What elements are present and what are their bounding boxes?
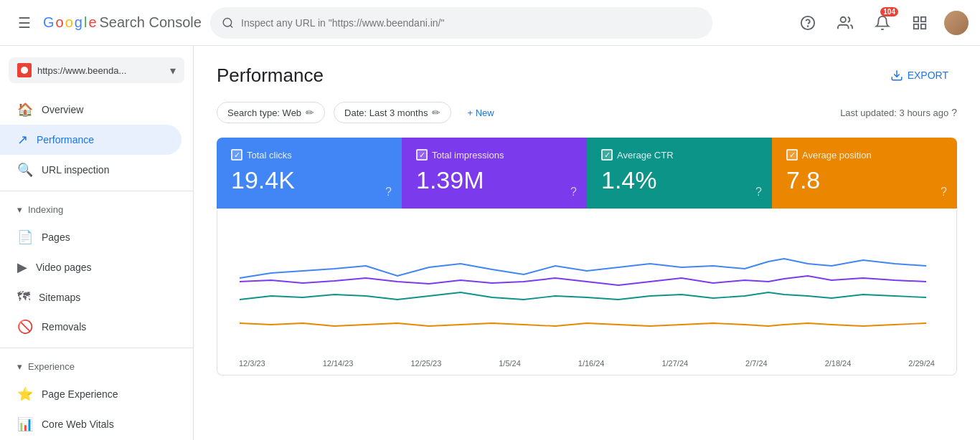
file-icon: 📄 (17, 229, 33, 245)
impressions-line (240, 276, 926, 285)
sidebar-item-page-experience[interactable]: ⭐ Page Experience (0, 379, 182, 409)
x-label-6: 2/7/24 (745, 359, 768, 368)
sidebar-item-url-label: URL inspection (42, 164, 109, 176)
svg-rect-4 (914, 16, 918, 21)
ctr-line (240, 292, 926, 300)
main-layout: https://www.beenda... ▾ 🏠 Overview ↗ Per… (0, 46, 980, 440)
menu-button[interactable]: ☰ (11, 10, 37, 36)
position-checkbox[interactable] (786, 149, 798, 161)
help-icon (800, 15, 816, 31)
chevron-down-icon: ▾ (170, 64, 176, 77)
nav-divider-1 (0, 191, 193, 191)
svg-rect-5 (921, 16, 925, 21)
sidebar-item-performance[interactable]: ↗ Performance (0, 125, 182, 155)
chart-container: 12/3/23 12/14/23 12/25/23 1/5/24 1/16/24… (217, 210, 957, 376)
sidebar-item-video-pages[interactable]: ▶ Video pages (0, 252, 182, 282)
nav-divider-2 (0, 348, 193, 348)
sidebar-item-performance-label: Performance (37, 134, 94, 145)
ctr-info-icon[interactable]: ? (755, 186, 762, 199)
edit-search-type-icon: ✏ (306, 107, 314, 118)
search-type-label: Search type: Web (227, 107, 301, 118)
page-title: Performance (217, 64, 324, 87)
metric-card-clicks[interactable]: Total clicks 19.4K ? (217, 138, 402, 209)
avatar[interactable] (944, 11, 969, 35)
card-impressions-header: Total impressions (416, 149, 573, 161)
impressions-info-icon[interactable]: ? (570, 186, 577, 199)
sidebar-item-cwv-label: Core Web Vitals (42, 419, 114, 430)
notification-badge: 104 (880, 7, 898, 16)
sidebar-item-overview[interactable]: 🏠 Overview (0, 95, 182, 125)
date-range-filter[interactable]: Date: Last 3 months ✏ (334, 102, 451, 123)
trending-up-icon: ↗ (17, 132, 28, 148)
position-label: Average position (802, 150, 872, 161)
sidebar-item-page-exp-label: Page Experience (42, 388, 118, 400)
sidebar-item-sitemaps-label: Sitemaps (39, 292, 80, 303)
search-type-filter[interactable]: Search type: Web ✏ (217, 102, 325, 123)
indexing-section-header[interactable]: ▾ Indexing (0, 197, 193, 222)
x-label-5: 1/27/24 (661, 359, 688, 368)
clicks-line (240, 259, 926, 278)
export-button[interactable]: EXPORT (882, 63, 957, 87)
url-inspect-input[interactable] (241, 17, 701, 29)
sidebar-item-removals[interactable]: 🚫 Removals (0, 312, 182, 342)
notifications-button[interactable]: 104 (870, 10, 895, 36)
experience-section-header[interactable]: ▾ Experience (0, 354, 193, 379)
position-info-icon[interactable]: ? (941, 186, 947, 199)
card-position-header: Average position (786, 149, 943, 161)
sidebar-item-url-inspection[interactable]: 🔍 URL inspection (0, 155, 182, 185)
last-updated: Last updated: 3 hours ago ? (840, 107, 957, 118)
metric-card-impressions[interactable]: Total impressions 1.39M ? (402, 138, 587, 209)
sidebar-item-sitemaps[interactable]: 🗺 Sitemaps (0, 282, 182, 312)
svg-point-2 (808, 26, 809, 27)
sidebar-item-removals-label: Removals (42, 321, 86, 333)
topbar-right: 104 (795, 10, 969, 36)
clicks-checkbox[interactable] (231, 149, 242, 161)
ctr-value: 1.4% (601, 166, 758, 194)
home-icon: 🏠 (17, 102, 33, 118)
metric-card-position[interactable]: Average position 7.8 ? (772, 138, 957, 209)
impressions-checkbox[interactable] (416, 149, 428, 161)
clicks-label: Total clicks (247, 150, 292, 161)
sidebar-item-pages-label: Pages (42, 231, 70, 243)
last-updated-help-icon: ? (951, 107, 957, 118)
ctr-checkbox[interactable] (601, 149, 613, 161)
metric-cards: Total clicks 19.4K ? Total impressions 1… (217, 138, 957, 209)
edit-date-icon: ✏ (432, 107, 440, 118)
impressions-value: 1.39M (416, 166, 573, 194)
experience-label: Experience (28, 361, 75, 372)
new-filter-label: + New (467, 107, 494, 118)
search-bar[interactable] (210, 7, 712, 39)
new-filter-button[interactable]: + New (460, 103, 501, 123)
sidebar-item-core-web-vitals[interactable]: 📊 Core Web Vitals (0, 409, 182, 439)
x-label-4: 1/16/24 (578, 359, 605, 368)
property-icon (17, 63, 32, 77)
users-button[interactable] (832, 10, 858, 36)
topbar: ☰ Google Search Console 104 (0, 0, 980, 46)
last-updated-text: Last updated: 3 hours ago (840, 107, 948, 118)
sidebar-item-pages[interactable]: 📄 Pages (0, 222, 182, 252)
google-logo: Google Search Console (43, 14, 202, 31)
grid-icon (912, 15, 928, 31)
apps-button[interactable] (907, 10, 933, 36)
metric-card-ctr[interactable]: Average CTR 1.4% ? (587, 138, 772, 209)
download-icon (890, 69, 903, 82)
card-clicks-header: Total clicks (231, 149, 387, 161)
page-header: Performance EXPORT (217, 63, 957, 87)
property-selector[interactable]: https://www.beenda... ▾ (9, 57, 184, 83)
main-content: Performance EXPORT Search type: Web ✏ Da… (194, 46, 980, 440)
x-axis-labels: 12/3/23 12/14/23 12/25/23 1/5/24 1/16/24… (232, 356, 942, 368)
svg-point-0 (223, 18, 232, 27)
sidebar: https://www.beenda... ▾ 🏠 Overview ↗ Per… (0, 46, 194, 440)
sitemap-icon: 🗺 (17, 290, 30, 305)
indexing-label: Indexing (28, 204, 63, 215)
ctr-label: Average CTR (617, 150, 674, 161)
cwv-icon: 📊 (17, 416, 33, 432)
svg-rect-6 (921, 24, 925, 28)
clicks-info-icon[interactable]: ? (385, 186, 392, 199)
product-name: Search Console (100, 14, 202, 31)
help-button[interactable] (795, 10, 821, 36)
x-label-3: 1/5/24 (499, 359, 521, 368)
x-label-0: 12/3/23 (239, 359, 265, 368)
date-range-label: Date: Last 3 months (344, 107, 428, 118)
x-label-1: 12/14/23 (323, 359, 354, 368)
